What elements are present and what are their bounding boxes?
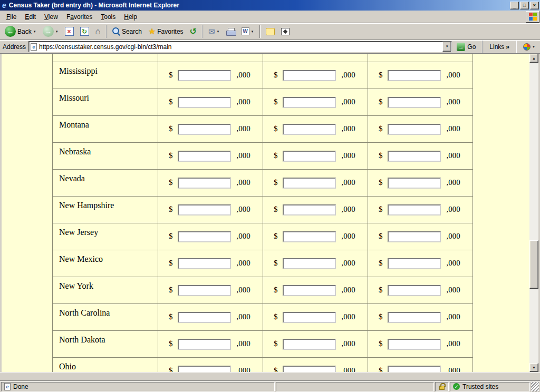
scroll-up-button[interactable]: ▲ [529,54,538,63]
amount-input[interactable] [283,339,336,350]
toolbar-misc-icon [281,28,290,35]
amount-input[interactable] [283,231,336,242]
amount-input[interactable] [178,366,231,373]
table-row: New Mexico$,000$,000$,000 [53,250,473,277]
amount-input[interactable] [178,339,231,350]
amount-input[interactable] [388,231,441,242]
print-button[interactable] [224,24,238,39]
amount-input[interactable] [283,258,336,269]
amount-cell: $,000 [263,89,368,116]
favorites-button[interactable]: ★ Favorites [146,24,186,39]
amount-input[interactable] [283,97,336,108]
thousands-label: ,000 [237,366,250,372]
table-row: Missouri$,000$,000$,000 [53,89,473,116]
address-input[interactable] [39,43,440,51]
dollar-sign: $ [274,231,278,240]
menu-help[interactable]: Help [120,11,141,23]
amount-cell: $,000 [158,89,263,116]
thousands-label: ,000 [447,124,460,132]
dollar-sign: $ [274,124,278,132]
amount-input[interactable] [388,97,441,108]
amount-cell: $,000 [158,331,263,358]
address-extension-button[interactable]: ▼ [521,43,537,51]
resize-gripper[interactable] [531,382,539,391]
toolbar-misc-button[interactable] [278,24,292,39]
amount-input[interactable] [388,258,441,269]
amount-cell [158,54,263,62]
amount-input[interactable] [388,285,441,296]
edit-with-word-button[interactable]: W ▼ [239,24,257,39]
amount-input[interactable] [178,312,231,323]
amount-input[interactable] [178,178,231,189]
history-button[interactable]: ↺ [187,24,199,39]
mail-button[interactable]: ✉ ▼ [206,24,223,39]
scroll-down-button[interactable]: ▼ [529,363,538,372]
amount-input[interactable] [178,151,231,162]
stop-icon: × [65,27,74,36]
forward-button[interactable]: → ▼ [40,24,61,39]
amount-input[interactable] [388,312,441,323]
maximize-button[interactable]: □ [520,2,529,9]
amount-input[interactable] [283,285,336,296]
extension-dropdown-icon[interactable]: ▼ [532,45,535,48]
amount-input[interactable] [178,258,231,269]
amount-input[interactable] [178,285,231,296]
amount-input[interactable] [388,178,441,189]
home-button[interactable]: ⌂ [93,24,103,39]
menu-view[interactable]: View [40,11,62,23]
discuss-button[interactable] [263,24,277,39]
links-chevron-icon[interactable]: » [506,43,509,51]
amount-input[interactable] [283,178,336,189]
mail-dropdown-icon[interactable]: ▼ [217,30,220,33]
address-bar: Address e ▼ → Go Links » ▼ [0,40,540,54]
menu-file[interactable]: File [2,11,21,23]
amount-input[interactable] [178,231,231,242]
state-name: New Jersey [53,223,158,250]
census-form-page: Mississippi$,000$,000$,000Missouri$,000$… [2,54,529,372]
links-button[interactable]: Links » [487,43,512,51]
amount-input[interactable] [283,70,336,81]
back-button[interactable]: ← Back ▼ [2,24,39,39]
word-dropdown-icon[interactable]: ▼ [251,30,254,33]
search-button[interactable]: Search [110,24,144,39]
thousands-label: ,000 [447,151,460,159]
amount-input[interactable] [178,97,231,108]
stop-button[interactable]: × [62,24,76,39]
amount-input[interactable] [178,124,231,135]
refresh-icon: ↻ [80,27,89,36]
address-dropdown-button[interactable]: ▼ [442,42,451,52]
forward-dropdown-icon[interactable]: ▼ [55,30,59,33]
amount-cell: $,000 [158,223,263,250]
amount-input[interactable] [178,70,231,81]
back-dropdown-icon[interactable]: ▼ [33,30,36,33]
state-name: New York [53,277,158,304]
amount-input[interactable] [388,151,441,162]
menu-favorites[interactable]: Favorites [62,11,97,23]
menu-edit[interactable]: Edit [21,11,40,23]
state-name: New Hampshire [53,197,158,223]
vertical-scrollbar[interactable]: ▲ ▼ [529,54,538,372]
refresh-button[interactable]: ↻ [78,24,92,39]
menu-tools[interactable]: Tools [97,11,120,23]
thousands-label: ,000 [237,70,250,79]
address-separator [482,41,483,53]
amount-input[interactable] [283,366,336,373]
amount-input[interactable] [388,70,441,81]
amount-input[interactable] [283,124,336,135]
amount-input[interactable] [178,204,231,215]
amount-input[interactable] [388,366,441,373]
amount-input[interactable] [283,151,336,162]
thousands-label: ,000 [342,231,355,240]
go-button[interactable]: → Go [455,42,478,52]
dollar-sign: $ [274,151,278,159]
amount-input[interactable] [388,339,441,350]
dollar-sign: $ [274,97,278,105]
amount-input[interactable] [283,312,336,323]
amount-input[interactable] [388,204,441,215]
amount-input[interactable] [388,124,441,135]
amount-cell: $,000 [368,304,473,331]
minimize-button[interactable]: _ [510,2,519,9]
amount-input[interactable] [283,204,336,215]
close-button[interactable]: × [530,2,539,9]
scrollbar-thumb[interactable] [529,240,538,289]
